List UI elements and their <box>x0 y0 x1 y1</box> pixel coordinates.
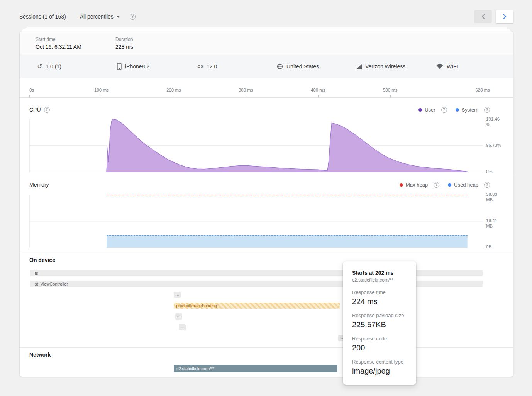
timeline-tick-mark <box>102 95 102 97</box>
legend-item-system[interactable]: System ? <box>456 107 490 113</box>
session-pagination <box>474 10 513 23</box>
tooltip-field-label: Response time <box>352 289 407 295</box>
help-icon[interactable]: ? <box>130 14 136 20</box>
app-version-value: 1.0 (1) <box>46 63 61 70</box>
session-card: Start time Oct 16, 6:32:11 AM Duration 2… <box>19 31 513 377</box>
percentiles-dropdown-label: All percentiles <box>80 14 114 20</box>
os-version-value: 12.0 <box>207 63 217 70</box>
cpu-ytick-zero: 0% <box>486 169 504 174</box>
timeline-tick-mark <box>174 95 174 97</box>
trace-collapsed-chip[interactable]: ... <box>174 292 181 298</box>
phone-icon <box>117 63 122 70</box>
cpu-chart[interactable] <box>29 118 483 173</box>
memory-ytick-zero: 0B <box>486 244 504 250</box>
timeline-tick-mark <box>29 95 30 97</box>
carrier-value: Verizon Wireless <box>365 63 405 70</box>
timeline-tick-label: 200 ms <box>166 88 181 92</box>
timeline-ruler: 0s100 ms200 ms300 ms400 ms500 ms628 ms <box>20 78 513 98</box>
tooltip-field: Response time 224 ms <box>352 289 407 306</box>
trace-bar[interactable]: productImageLoading <box>174 303 340 309</box>
app-version-icon: ↺ <box>37 63 42 70</box>
legend-label: Used heap <box>454 182 478 188</box>
memory-chart[interactable] <box>29 192 483 250</box>
on-device-title: On device <box>29 257 55 263</box>
tooltip-field-value: 224 ms <box>352 297 407 306</box>
chevron-left-icon <box>481 14 485 19</box>
timeline-tick-label: 100 ms <box>94 88 109 92</box>
used-heap-series-dot <box>448 183 451 187</box>
memory-section: Memory Max heap ? Used heap ? <box>20 176 513 251</box>
network-section: Network c2.staticflickr.com/** <box>20 348 513 376</box>
cpu-legend: User ? System ? <box>418 107 490 113</box>
duration-label: Duration <box>115 37 133 42</box>
help-icon[interactable]: ? <box>434 182 439 188</box>
legend-item-user[interactable]: User ? <box>418 107 447 113</box>
duration-field: Duration 228 ms <box>115 37 133 50</box>
network-request-bar[interactable]: c2.staticflickr.com/** <box>174 365 337 372</box>
cpu-ytick-max: 191.46 % <box>486 116 504 127</box>
help-icon[interactable]: ? <box>441 107 447 113</box>
country-item: United States <box>277 55 319 78</box>
device-model-value: iPhone8,2 <box>125 63 149 70</box>
network-title: Network <box>29 352 51 358</box>
max-heap-series-dot <box>400 183 403 187</box>
legend-item-used-heap[interactable]: Used heap ? <box>448 182 490 188</box>
trace-collapsed-chip[interactable]: ... <box>175 313 182 320</box>
device-attributes-row: ↺ 1.0 (1) iPhone8,2 iOS 12.0 United Stat… <box>20 55 513 78</box>
tooltip-field-label: Response code <box>352 336 407 342</box>
timeline-tick-label: 0s <box>29 88 34 92</box>
tooltip-field-label: Response payload size <box>352 313 407 318</box>
start-time-field: Start time Oct 16, 6:32:11 AM <box>36 37 81 50</box>
start-time-value: Oct 16, 6:32:11 AM <box>36 44 81 50</box>
used-heap-area <box>107 235 468 248</box>
user-series-dot <box>418 108 422 112</box>
toolbar: Sessions (1 of 163) All percentiles ? <box>19 10 513 23</box>
chevron-right-icon <box>503 14 507 19</box>
start-time-label: Start time <box>36 37 81 42</box>
timeline-tick-label: 300 ms <box>239 88 253 92</box>
duration-value: 228 ms <box>115 44 133 50</box>
tooltip-field: Response payload size 225.57KB <box>352 313 407 329</box>
memory-title: Memory <box>29 182 49 188</box>
help-icon[interactable]: ? <box>44 107 50 113</box>
cpu-section: CPU ? User ? System ? <box>20 98 513 176</box>
tooltip-field-value: 200 <box>352 343 407 352</box>
legend-item-max-heap[interactable]: Max heap ? <box>400 182 439 188</box>
timeline-tick-mark <box>318 95 319 97</box>
tooltip-field-label: Response content type <box>352 359 407 365</box>
os-version-item: iOS 12.0 <box>197 55 217 78</box>
globe-icon <box>277 63 283 70</box>
cpu-title: CPU <box>29 107 41 113</box>
timeline-tick-label: 628 ms <box>475 88 490 92</box>
tooltip-field-value: image/jpeg <box>352 367 407 376</box>
cpu-ytick-mid: 95.73% <box>486 143 504 148</box>
device-model-item: iPhone8,2 <box>117 55 149 78</box>
on-device-section: On device _fs_st_ViewController...produc… <box>20 251 513 348</box>
percentiles-dropdown[interactable]: All percentiles <box>80 14 120 20</box>
timeline-tick-mark <box>246 95 246 97</box>
timeline-tick-mark <box>483 95 483 97</box>
help-icon[interactable]: ? <box>484 107 490 113</box>
session-detail-page: Sessions (1 of 163) All percentiles ? St… <box>0 0 532 396</box>
ios-icon: iOS <box>197 65 203 68</box>
help-icon[interactable]: ? <box>484 182 490 188</box>
timeline-tick-label: 400 ms <box>311 88 325 92</box>
cellular-signal-icon <box>356 64 362 69</box>
trace-collapsed-chip[interactable]: ... <box>179 324 186 330</box>
previous-session-button[interactable] <box>474 10 492 23</box>
memory-header: Memory Max heap ? Used heap ? <box>29 181 490 188</box>
next-session-button[interactable] <box>496 10 513 23</box>
legend-label: System <box>462 107 478 113</box>
tooltip-subtitle: c2.staticflickr.com/** <box>352 277 407 283</box>
sessions-count-label: Sessions (1 of 163) <box>19 14 66 20</box>
tooltip-field: Response content type image/jpeg <box>352 359 407 376</box>
country-value: United States <box>286 63 319 70</box>
tooltip-field: Response code 200 <box>352 336 407 352</box>
timeline-tick-mark <box>390 95 391 97</box>
request-tooltip: Starts at 202 ms c2.staticflickr.com/** … <box>343 261 416 385</box>
tooltip-field-value: 225.57KB <box>352 320 407 329</box>
legend-label: Max heap <box>406 182 428 188</box>
system-series-dot <box>456 108 459 112</box>
memory-ytick-mid: 19.41 MB <box>486 218 504 229</box>
tooltip-title: Starts at 202 ms <box>352 270 407 276</box>
